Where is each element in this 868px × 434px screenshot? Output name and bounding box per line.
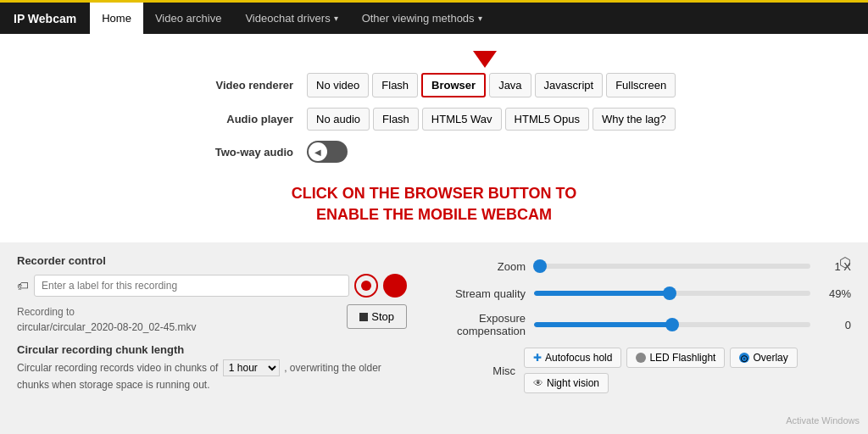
arrow-indicator bbox=[473, 51, 497, 68]
chevron-down-icon: ▾ bbox=[334, 14, 338, 23]
exposure-thumb[interactable] bbox=[665, 318, 679, 331]
toggle-knob: ◀ bbox=[309, 142, 327, 161]
btn-fullscreen-video[interactable]: Fullscreen bbox=[606, 73, 676, 97]
btn-autofocus-hold[interactable]: ✚ Autofocus hold bbox=[524, 348, 621, 368]
video-renderer-label: Video renderer bbox=[171, 79, 307, 92]
record-solid-button[interactable] bbox=[383, 274, 407, 298]
btn-flash-video[interactable]: Flash bbox=[372, 73, 418, 97]
stream-quality-slider[interactable] bbox=[534, 285, 810, 302]
two-way-audio-toggle[interactable]: ◀ bbox=[307, 141, 348, 163]
eye-icon: 👁 bbox=[533, 377, 543, 389]
plus-icon: ✚ bbox=[533, 352, 542, 364]
navbar: IP Webcam Home Video archive Videochat d… bbox=[0, 0, 868, 34]
recording-info-row: Recording to circular/circular_2020-08-2… bbox=[17, 304, 407, 335]
video-renderer-row: Video renderer No video Flash Browser Ja… bbox=[171, 73, 697, 97]
btn-browser-video[interactable]: Browser bbox=[421, 73, 486, 97]
exposure-label: Exposure compensation bbox=[424, 312, 526, 337]
nav-item-other[interactable]: Other viewing methods ▾ bbox=[350, 3, 494, 34]
nav-item-video-archive[interactable]: Video archive bbox=[143, 3, 234, 34]
chunk-length-select[interactable]: 15 min30 min1 hour2 hours4 hours bbox=[223, 359, 280, 376]
video-renderer-buttons: No video Flash Browser Java Javascript F… bbox=[307, 73, 676, 97]
left-panel: Recorder control 🏷 Recording to circular… bbox=[17, 254, 407, 393]
exposure-slider[interactable] bbox=[534, 316, 810, 333]
stream-quality-fill bbox=[534, 291, 670, 296]
circular-title: Circular recording chunk length bbox=[17, 343, 407, 356]
arrow-down-icon bbox=[473, 51, 497, 68]
misc-buttons: ✚ Autofocus hold LED Flashlight ⊙ Overla… bbox=[524, 348, 851, 393]
led-icon bbox=[636, 353, 646, 363]
audio-player-buttons: No audio Flash HTML5 Wav HTML5 Opus Why … bbox=[307, 108, 676, 131]
record-circle-icon bbox=[361, 281, 371, 291]
stream-quality-label: Stream quality bbox=[424, 287, 526, 300]
zoom-thumb[interactable] bbox=[533, 259, 547, 273]
zoom-label: Zoom bbox=[424, 260, 526, 273]
external-link-icon[interactable]: ⬡ bbox=[839, 254, 851, 270]
bottom-section: Recorder control 🏷 Recording to circular… bbox=[0, 242, 868, 402]
zoom-slider[interactable] bbox=[534, 258, 810, 275]
audio-player-row: Audio player No audio Flash HTML5 Wav HT… bbox=[171, 108, 697, 131]
btn-no-audio[interactable]: No audio bbox=[307, 108, 370, 131]
zoom-row: Zoom 1 X bbox=[424, 258, 851, 275]
audio-player-label: Audio player bbox=[171, 113, 307, 125]
recording-to-label: Recording to bbox=[17, 304, 196, 320]
stop-icon bbox=[359, 313, 368, 321]
nav-items: Home Video archive Videochat drivers ▾ O… bbox=[90, 3, 493, 34]
main-content: Video renderer No video Flash Browser Ja… bbox=[0, 34, 868, 402]
two-way-audio-label: Two-way audio bbox=[171, 146, 307, 159]
btn-led-flashlight[interactable]: LED Flashlight bbox=[626, 348, 725, 368]
btn-flash-audio[interactable]: Flash bbox=[373, 108, 419, 131]
btn-overlay[interactable]: ⊙ Overlay bbox=[730, 348, 797, 368]
recorder-title: Recorder control bbox=[17, 254, 407, 267]
exposure-value: 0 bbox=[819, 319, 851, 331]
misc-label: Misc bbox=[424, 364, 515, 377]
stream-quality-thumb[interactable] bbox=[663, 287, 676, 300]
chevron-down-icon: ▾ bbox=[478, 14, 482, 23]
recording-label-input[interactable] bbox=[34, 275, 349, 297]
misc-row: Misc ✚ Autofocus hold LED Flashlight ⊙ O… bbox=[424, 348, 851, 393]
record-outline-button[interactable] bbox=[354, 274, 378, 298]
app-brand: IP Webcam bbox=[0, 12, 90, 25]
btn-javascript-video[interactable]: Javascript bbox=[535, 73, 604, 97]
two-way-audio-row: Two-way audio ◀ bbox=[171, 141, 697, 163]
top-section: Video renderer No video Flash Browser Ja… bbox=[0, 34, 868, 242]
btn-html5-opus[interactable]: HTML5 Opus bbox=[505, 108, 589, 131]
recorder-input-row: 🏷 bbox=[17, 274, 407, 298]
btn-why-lag[interactable]: Why the lag? bbox=[593, 108, 676, 131]
overlay-icon: ⊙ bbox=[739, 353, 749, 363]
recording-path: Recording to circular/circular_2020-08-2… bbox=[17, 304, 196, 335]
btn-html5-wav[interactable]: HTML5 Wav bbox=[422, 108, 502, 131]
stream-quality-value: 49% bbox=[819, 287, 851, 300]
stream-quality-row: Stream quality 49% bbox=[424, 285, 851, 302]
exposure-row: Exposure compensation 0 bbox=[424, 312, 851, 337]
tag-icon: 🏷 bbox=[17, 279, 29, 292]
click-message: Click on the browser button to enable th… bbox=[275, 173, 593, 234]
btn-no-video[interactable]: No video bbox=[307, 73, 369, 97]
recording-filename: circular/circular_2020-08-20_02-45.mkv bbox=[17, 320, 196, 335]
zoom-track bbox=[534, 264, 810, 269]
nav-item-videochat[interactable]: Videochat drivers ▾ bbox=[233, 3, 349, 34]
nav-item-home[interactable]: Home bbox=[90, 3, 143, 34]
right-panel: ⬡ Zoom 1 X Stream quality bbox=[424, 254, 851, 393]
btn-night-vision[interactable]: 👁 Night vision bbox=[524, 373, 609, 393]
stop-button[interactable]: Stop bbox=[347, 304, 407, 329]
btn-java-video[interactable]: Java bbox=[489, 73, 531, 97]
circular-desc: Circular recording records video in chun… bbox=[17, 359, 407, 392]
exposure-fill bbox=[534, 322, 672, 327]
